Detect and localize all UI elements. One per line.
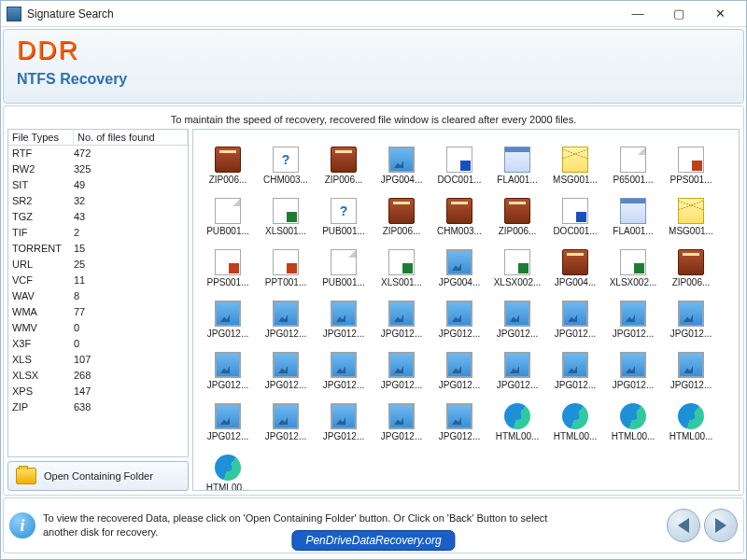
table-row[interactable]: XPS147 [8,384,188,399]
cell-file-count: 268 [74,368,184,384]
file-item[interactable]: FLA001... [604,185,662,236]
file-item[interactable]: CHM003... [257,133,315,185]
file-item-label: PUB001... [322,277,365,287]
file-item[interactable]: ZIP006... [199,133,257,185]
file-item[interactable]: CHM003... [430,185,488,236]
file-item[interactable]: JPG012... [315,287,373,339]
file-item[interactable]: JPG012... [315,390,373,441]
open-containing-folder-button[interactable]: Open Containing Folder [7,461,189,491]
file-item[interactable]: JPG012... [488,339,546,390]
table-row[interactable]: VCF11 [8,273,188,288]
file-item[interactable]: PPS001... [199,236,257,287]
maximize-button[interactable]: ▢ [658,2,699,26]
cell-file-type: TIF [12,225,74,241]
file-item[interactable]: HTML00... [546,390,604,441]
file-item[interactable]: JPG004... [430,236,488,287]
file-item[interactable]: JPG012... [257,287,315,339]
file-item[interactable]: JPG004... [373,133,430,185]
file-item[interactable]: JPG012... [488,287,546,339]
file-item[interactable]: FLA001... [488,133,546,185]
file-item[interactable]: XLS001... [257,185,315,236]
file-item[interactable]: JPG012... [199,287,257,339]
ppt-icon [215,249,241,275]
msg-icon [678,198,704,224]
file-item[interactable]: JPG012... [430,339,488,390]
file-item[interactable]: JPG012... [373,339,430,390]
table-row[interactable]: WMV0 [8,320,188,336]
file-item[interactable]: PUB001... [315,185,373,236]
table-body[interactable]: RTF472RW2325SIT49SR232TGZ43TIF2TORRENT15… [8,146,188,456]
file-item-label: XLSX002... [610,277,657,287]
file-item[interactable]: XLSX002... [488,236,546,287]
file-item[interactable]: JPG004... [546,236,604,287]
file-item[interactable]: HTML00... [488,390,546,441]
file-item-label: HTML00... [669,431,713,441]
table-row[interactable]: TORRENT15 [8,241,188,257]
cell-file-type: WAV [12,288,74,304]
file-item[interactable]: DOC001... [546,185,604,236]
close-button[interactable]: ✕ [699,2,740,26]
file-item-label: JPG012... [381,380,422,390]
file-item[interactable]: JPG012... [546,287,604,339]
file-item[interactable]: JPG012... [315,339,373,390]
file-item[interactable]: PPS001... [662,133,720,185]
url-badge[interactable]: PenDriveDataRecovery.org [291,530,455,551]
header-file-types[interactable]: File Types [8,130,74,145]
file-item[interactable]: XLS001... [373,236,430,287]
file-item[interactable]: DOC001... [430,133,488,185]
file-item[interactable]: JPG012... [604,287,662,339]
image-icon [620,301,646,327]
table-row[interactable]: SIT49 [8,177,188,193]
table-row[interactable]: X3F0 [8,336,188,352]
forward-button[interactable] [704,509,738,542]
file-item-label: JPG012... [439,329,480,339]
cell-file-count: 638 [74,399,184,415]
file-item[interactable]: PPT001... [257,236,315,287]
file-item[interactable]: PUB001... [199,185,257,236]
file-item-label: JPG004... [439,277,480,287]
file-item[interactable]: MSG001... [546,133,604,185]
file-type-table: File Types No. of files found RTF472RW23… [7,129,189,457]
table-row[interactable]: SR232 [8,193,188,209]
file-item[interactable]: PUB001... [315,236,373,287]
file-item[interactable]: JPG012... [257,339,315,390]
file-item[interactable]: JPG012... [546,339,604,390]
file-item[interactable]: HTML00... [199,441,257,491]
file-item[interactable]: JPG012... [604,339,662,390]
table-row[interactable]: TGZ43 [8,209,188,225]
table-row[interactable]: ZIP638 [8,399,188,415]
file-item[interactable]: JPG012... [373,390,430,441]
file-item[interactable]: ZIP006... [662,236,720,287]
table-row[interactable]: WMA77 [8,304,188,320]
table-row[interactable]: XLSX268 [8,368,188,384]
minimize-button[interactable]: — [617,2,658,26]
cell-file-type: WMV [12,320,74,336]
file-item[interactable]: JPG012... [373,287,430,339]
file-item[interactable]: ZIP006... [315,133,373,185]
back-button[interactable] [667,509,700,542]
file-item[interactable]: P65001... [604,133,662,185]
table-row[interactable]: TIF2 [8,225,188,241]
file-item[interactable]: HTML00... [662,390,720,441]
table-row[interactable]: RW2325 [8,161,188,177]
file-item[interactable]: JPG012... [199,339,257,390]
table-row[interactable]: URL25 [8,257,188,273]
file-item-label: DOC001... [553,226,597,236]
file-item[interactable]: XLSX002... [604,236,662,287]
header-file-count[interactable]: No. of files found [74,130,188,145]
file-item[interactable]: JPG012... [257,390,315,441]
recovered-files-panel[interactable]: ZIP006...CHM003...ZIP006...JPG004...DOC0… [192,129,740,491]
archive-icon [388,198,415,224]
file-item[interactable]: ZIP006... [488,185,546,236]
file-item[interactable]: JPG012... [430,287,488,339]
file-item[interactable]: ZIP006... [373,185,430,236]
file-item[interactable]: JPG012... [662,287,720,339]
file-item[interactable]: JPG012... [430,390,488,441]
file-item[interactable]: MSG001... [662,185,720,236]
table-row[interactable]: RTF472 [8,146,188,161]
file-item[interactable]: HTML00... [604,390,662,441]
file-item[interactable]: JPG012... [199,390,257,441]
file-item[interactable]: JPG012... [662,339,720,390]
table-row[interactable]: XLS107 [8,352,188,368]
table-row[interactable]: WAV8 [8,288,188,304]
